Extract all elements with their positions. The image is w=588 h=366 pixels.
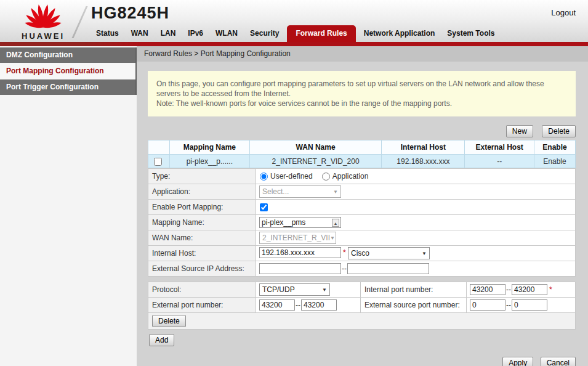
protocol-label: Protocol: <box>148 282 256 298</box>
port-mapping-table: Mapping Name WAN Name Internal Host Exte… <box>148 140 576 168</box>
range-separator: -- <box>342 264 347 273</box>
nav-accent-bar <box>0 42 588 46</box>
required-asterisk: * <box>549 285 552 294</box>
user-defined-radio-label[interactable]: User-defined <box>270 172 313 181</box>
apply-button[interactable]: Apply <box>502 357 533 366</box>
external-source-port-to-input[interactable] <box>512 299 547 311</box>
add-button[interactable]: Add <box>149 334 174 346</box>
enable-port-mapping-checkbox[interactable] <box>260 203 268 211</box>
row-checkbox[interactable] <box>154 158 162 166</box>
row-wan-name: 2_INTERNET_R_VID_200 <box>249 155 382 168</box>
external-source-ip-to-input[interactable] <box>347 263 429 274</box>
row-checkbox-cell <box>148 155 170 168</box>
huawei-logo: HUAWEI <box>14 2 73 41</box>
add-row: Add <box>149 334 576 346</box>
wan-name-label: WAN Name: <box>148 230 256 246</box>
logout-link[interactable]: Logout <box>551 8 576 17</box>
sidebar-item-dmz-configuration[interactable]: DMZ Configuration <box>0 47 135 63</box>
external-source-ip-from-input[interactable] <box>259 263 341 274</box>
range-separator: -- <box>506 301 511 309</box>
sidebar-item-port-mapping-configuration[interactable]: Port Mapping Configuration <box>0 63 135 79</box>
form-row-mapping-name: Mapping Name: ▲ <box>148 215 576 230</box>
ports-row-1: Protocol: TCP/UDP▼ Internal port number:… <box>148 282 576 298</box>
external-port-from-input[interactable] <box>259 299 295 311</box>
application-radio-label[interactable]: Application <box>332 172 369 181</box>
form-row-external-source-ip: External Source IP Address: -- <box>148 261 576 277</box>
tab-ipv6[interactable]: IPv6 <box>182 26 209 42</box>
ports-delete-row: Delete <box>148 313 576 330</box>
main-nav-tabs: Status WAN LAN IPv6 WLAN Security Forwar… <box>90 25 501 42</box>
tab-status[interactable]: Status <box>90 26 125 42</box>
external-port-value: -- <box>256 298 361 313</box>
tab-network-application[interactable]: Network Application <box>358 26 441 42</box>
application-value: Select...▼ <box>256 184 576 200</box>
wan-name-value: 2_INTERNET_R_VII▼ <box>256 230 576 246</box>
mapping-name-value: ▲ <box>256 215 576 230</box>
dropdown-arrow-icon: ▼ <box>422 251 427 256</box>
range-separator: -- <box>506 285 511 294</box>
header-enable: Enable <box>534 140 576 155</box>
page: HUAWEI HG8245H Logout Status WAN LAN IPv… <box>0 0 588 366</box>
tab-lan[interactable]: LAN <box>155 26 182 42</box>
header-external-host: External Host <box>465 140 534 155</box>
mapping-name-combo: ▲ <box>259 217 341 228</box>
form-row-application: Application: Select...▼ <box>148 184 576 200</box>
sidebar-items: DMZ Configuration Port Mapping Configura… <box>0 47 137 95</box>
internal-host-value: * Cisco▼ <box>256 246 576 261</box>
enable-port-mapping-label: Enable Port Mapping: <box>148 200 256 215</box>
internal-host-device-select[interactable]: Cisco▼ <box>348 247 430 259</box>
sidebar-item-port-trigger-configuration[interactable]: Port Trigger Configuration <box>0 79 135 95</box>
internal-port-to-input[interactable] <box>512 284 547 295</box>
mapping-name-spinner-icon[interactable]: ▲ <box>332 219 339 227</box>
external-port-to-input[interactable] <box>301 299 337 311</box>
internal-port-value: --* <box>467 282 576 298</box>
header-internal-host: Internal Host <box>382 140 465 155</box>
header-divider-slash <box>71 6 87 38</box>
table-header-row: Mapping Name WAN Name Internal Host Exte… <box>148 140 576 155</box>
table-row[interactable]: pi-plex__p...... 2_INTERNET_R_VID_200 19… <box>148 155 576 168</box>
cancel-button[interactable]: Cancel <box>541 357 576 366</box>
external-source-ip-value: -- <box>256 261 576 277</box>
internal-host-input[interactable] <box>259 247 341 258</box>
external-source-port-value: -- <box>467 298 576 313</box>
dropdown-arrow-icon: ▼ <box>322 287 327 293</box>
delete-button[interactable]: Delete <box>542 125 576 137</box>
info-line-2: Note: The well-known ports for voice ser… <box>156 99 567 108</box>
internal-port-label: Internal port number: <box>361 282 467 298</box>
mapping-form: Type: User-definedApplication Applicatio… <box>148 168 576 277</box>
tab-forward-rules[interactable]: Forward Rules <box>287 25 355 42</box>
tab-system-tools[interactable]: System Tools <box>441 26 501 42</box>
tab-wlan[interactable]: WLAN <box>209 26 244 42</box>
tab-security[interactable]: Security <box>244 26 285 42</box>
application-select[interactable]: Select...▼ <box>259 185 341 198</box>
protocol-select[interactable]: TCP/UDP▼ <box>259 283 330 296</box>
application-radio[interactable] <box>322 173 330 181</box>
row-external-host: -- <box>465 155 534 168</box>
user-defined-radio[interactable] <box>260 173 268 181</box>
sidebar: DMZ Configuration Port Mapping Configura… <box>0 46 137 366</box>
form-row-type: Type: User-definedApplication <box>148 169 576 184</box>
tab-wan[interactable]: WAN <box>125 26 155 42</box>
enable-port-mapping-value <box>256 200 576 215</box>
form-row-wan-name: WAN Name: 2_INTERNET_R_VII▼ <box>148 230 576 246</box>
row-mapping-name: pi-plex__p...... <box>169 155 249 168</box>
header-checkbox-cell <box>148 140 170 155</box>
ports-delete-cell: Delete <box>148 313 576 330</box>
wan-name-select[interactable]: 2_INTERNET_R_VII▼ <box>259 232 336 244</box>
type-value: User-definedApplication <box>256 169 576 184</box>
mapping-name-input[interactable] <box>259 217 341 228</box>
dropdown-arrow-icon: ▼ <box>333 189 338 195</box>
header: HUAWEI HG8245H Logout Status WAN LAN IPv… <box>0 0 588 42</box>
form-row-enable-port-mapping: Enable Port Mapping: <box>148 200 576 215</box>
port-numbers-form: Protocol: TCP/UDP▼ Internal port number:… <box>148 282 576 330</box>
info-box: On this page, you can configure port map… <box>148 71 576 116</box>
new-button[interactable]: New <box>506 125 533 137</box>
internal-port-from-input[interactable] <box>470 284 505 295</box>
external-source-port-from-input[interactable] <box>470 299 505 311</box>
required-asterisk: * <box>343 248 346 257</box>
main-panel: Forward Rules > Port Mapping Configurati… <box>137 46 588 366</box>
content: On this page, you can configure port map… <box>137 62 588 366</box>
external-port-label: External port number: <box>148 298 256 313</box>
ports-row-2: External port number: -- External source… <box>148 298 576 313</box>
port-delete-button[interactable]: Delete <box>152 315 186 327</box>
